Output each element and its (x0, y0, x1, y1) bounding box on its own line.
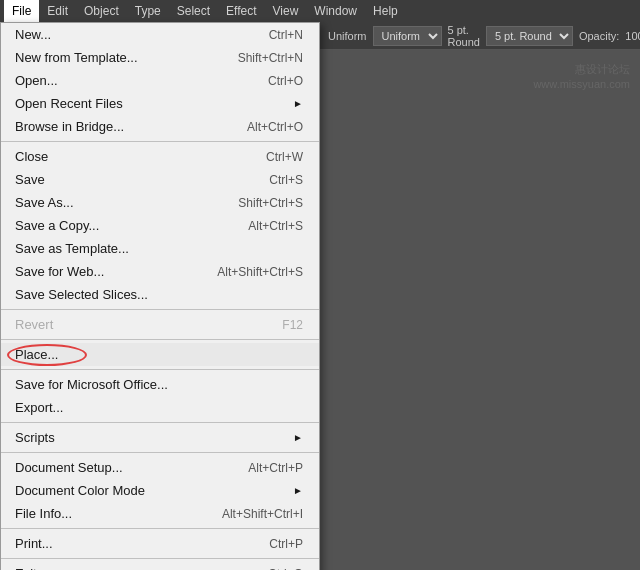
watermark: 惠设计论坛 www.missyuan.com (533, 62, 630, 93)
menu-item-print[interactable]: Print... Ctrl+P (1, 532, 319, 555)
menu-item-close-shortcut: Ctrl+W (266, 150, 303, 164)
menu-item-open[interactable]: Open... Ctrl+O (1, 69, 319, 92)
menubar-window[interactable]: Window (306, 0, 365, 22)
submenu-arrow-open-recent: ► (293, 98, 303, 109)
menu-item-place-label: Place... (15, 347, 58, 362)
menubar-type[interactable]: Type (127, 0, 169, 22)
menu-item-new-label: New... (15, 27, 51, 42)
menu-item-save-as-shortcut: Shift+Ctrl+S (238, 196, 303, 210)
watermark-line2: www.missyuan.com (533, 77, 630, 92)
canvas-toolbar: Uniform Uniform 5 pt. Round 5 pt. Round … (320, 22, 640, 50)
menu-item-print-shortcut: Ctrl+P (269, 537, 303, 551)
separator-5 (1, 422, 319, 423)
separator-7 (1, 528, 319, 529)
menu-item-save-slices-label: Save Selected Slices... (15, 287, 148, 302)
menu-item-exit-label: Exit (15, 566, 37, 570)
menu-item-file-info[interactable]: File Info... Alt+Shift+Ctrl+I (1, 502, 319, 525)
submenu-arrow-color-mode: ► (293, 485, 303, 496)
separator-8 (1, 558, 319, 559)
menu-item-new[interactable]: New... Ctrl+N (1, 23, 319, 46)
menu-item-open-label: Open... (15, 73, 58, 88)
menu-item-revert: Revert F12 (1, 313, 319, 336)
menu-item-close[interactable]: Close Ctrl+W (1, 145, 319, 168)
menu-item-document-setup[interactable]: Document Setup... Alt+Ctrl+P (1, 456, 319, 479)
menu-item-save-web-label: Save for Web... (15, 264, 104, 279)
menu-item-new-shortcut: Ctrl+N (269, 28, 303, 42)
menubar-help[interactable]: Help (365, 0, 406, 22)
menu-item-save-slices[interactable]: Save Selected Slices... (1, 283, 319, 306)
menu-item-new-template[interactable]: New from Template... Shift+Ctrl+N (1, 46, 319, 69)
menu-item-save-copy[interactable]: Save a Copy... Alt+Ctrl+S (1, 214, 319, 237)
menu-item-exit-shortcut: Ctrl+Q (268, 567, 303, 571)
menu-item-browse-bridge-shortcut: Alt+Ctrl+O (247, 120, 303, 134)
menu-item-print-label: Print... (15, 536, 53, 551)
menu-item-export[interactable]: Export... (1, 396, 319, 419)
menu-item-open-recent[interactable]: Open Recent Files ► (1, 92, 319, 115)
menubar-effect[interactable]: Effect (218, 0, 264, 22)
menu-item-save-template-label: Save as Template... (15, 241, 129, 256)
menubar-edit[interactable]: Edit (39, 0, 76, 22)
menubar-view[interactable]: View (265, 0, 307, 22)
menu-item-save-label: Save (15, 172, 45, 187)
menu-item-place[interactable]: Place... (1, 343, 319, 366)
menu-item-scripts-label: Scripts (15, 430, 55, 445)
separator-2 (1, 309, 319, 310)
separator-3 (1, 339, 319, 340)
menu-item-browse-bridge[interactable]: Browse in Bridge... Alt+Ctrl+O (1, 115, 319, 138)
uniform-select[interactable]: Uniform (373, 26, 442, 46)
opacity-label: Opacity: (579, 30, 619, 42)
menubar-file[interactable]: File (4, 0, 39, 22)
opacity-value: 100% (625, 30, 640, 42)
menu-item-browse-bridge-label: Browse in Bridge... (15, 119, 124, 134)
submenu-arrow-scripts: ► (293, 432, 303, 443)
menu-item-scripts[interactable]: Scripts ► (1, 426, 319, 449)
menu-item-open-recent-label: Open Recent Files (15, 96, 123, 111)
menubar-select[interactable]: Select (169, 0, 218, 22)
separator-6 (1, 452, 319, 453)
menubar: File Edit Object Type Select Effect View… (0, 0, 640, 22)
brush-label: 5 pt. Round (448, 24, 480, 48)
menu-item-save-copy-shortcut: Alt+Ctrl+S (248, 219, 303, 233)
menu-item-exit[interactable]: Exit Ctrl+Q (1, 562, 319, 570)
menu-item-document-setup-shortcut: Alt+Ctrl+P (248, 461, 303, 475)
file-dropdown-menu: New... Ctrl+N New from Template... Shift… (0, 22, 320, 570)
menu-item-document-setup-label: Document Setup... (15, 460, 123, 475)
menu-item-save-as[interactable]: Save As... Shift+Ctrl+S (1, 191, 319, 214)
menu-item-save-office[interactable]: Save for Microsoft Office... (1, 373, 319, 396)
menu-item-color-mode-label: Document Color Mode (15, 483, 145, 498)
menu-item-save-web-shortcut: Alt+Shift+Ctrl+S (217, 265, 303, 279)
watermark-line1: 惠设计论坛 (533, 62, 630, 77)
menu-item-save[interactable]: Save Ctrl+S (1, 168, 319, 191)
menu-item-new-template-shortcut: Shift+Ctrl+N (238, 51, 303, 65)
menu-item-file-info-label: File Info... (15, 506, 72, 521)
menu-item-save-as-label: Save As... (15, 195, 74, 210)
menu-item-close-label: Close (15, 149, 48, 164)
canvas-area: Uniform Uniform 5 pt. Round 5 pt. Round … (320, 22, 640, 570)
menu-item-revert-shortcut: F12 (282, 318, 303, 332)
menu-item-save-template[interactable]: Save as Template... (1, 237, 319, 260)
menu-item-save-copy-label: Save a Copy... (15, 218, 99, 233)
menubar-object[interactable]: Object (76, 0, 127, 22)
menu-item-export-label: Export... (15, 400, 63, 415)
uniform-label: Uniform (328, 30, 367, 42)
menu-item-open-shortcut: Ctrl+O (268, 74, 303, 88)
menu-item-revert-label: Revert (15, 317, 53, 332)
brush-select[interactable]: 5 pt. Round (486, 26, 573, 46)
menu-item-save-shortcut: Ctrl+S (269, 173, 303, 187)
separator-1 (1, 141, 319, 142)
separator-4 (1, 369, 319, 370)
menu-item-save-office-label: Save for Microsoft Office... (15, 377, 168, 392)
menu-item-new-template-label: New from Template... (15, 50, 138, 65)
menu-item-file-info-shortcut: Alt+Shift+Ctrl+I (222, 507, 303, 521)
menu-item-color-mode[interactable]: Document Color Mode ► (1, 479, 319, 502)
menu-item-save-web[interactable]: Save for Web... Alt+Shift+Ctrl+S (1, 260, 319, 283)
